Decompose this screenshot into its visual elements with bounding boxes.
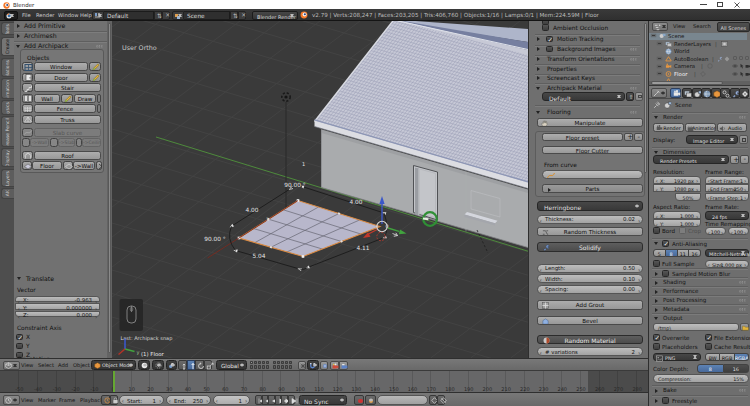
thickness-field[interactable]: ‹› Thickness: 0.02	[537, 215, 643, 224]
menu-file[interactable]: File	[22, 12, 31, 18]
increment-arrow-icon[interactable]: ›	[638, 349, 640, 356]
preview-range-toggle[interactable]	[101, 395, 110, 405]
file-browse-button[interactable]	[740, 323, 749, 332]
floor-icon[interactable]	[22, 161, 32, 170]
constraint-x-checkbox[interactable]	[16, 334, 23, 341]
decrement-arrow-icon[interactable]: ‹	[656, 177, 658, 184]
motion-tracking-label[interactable]: Motion Tracking	[557, 36, 603, 42]
wall-draw-button[interactable]: Draw	[74, 94, 96, 103]
preset-add-button[interactable]: +	[730, 155, 739, 164]
tab-render[interactable]	[670, 88, 681, 98]
layer-dot[interactable]	[273, 361, 276, 365]
increment-arrow-icon[interactable]: ›	[159, 397, 161, 404]
output-panel-label[interactable]: Output	[663, 315, 682, 321]
increment-arrow-icon[interactable]: ›	[95, 313, 97, 320]
transform-orientations-label[interactable]: Transform Orientations	[547, 56, 615, 62]
expander-icon[interactable]	[654, 317, 658, 320]
resolution-percentage-field[interactable]: 50%	[675, 193, 701, 201]
frame-lock-toggle[interactable]	[110, 395, 119, 405]
stair-icon[interactable]	[22, 83, 33, 92]
expander-icon[interactable]	[536, 87, 540, 90]
translate-x-field[interactable]: ‹› X: -0.963	[15, 296, 100, 303]
properties-label[interactable]: Properties	[547, 66, 577, 72]
performance-panel-label[interactable]: Performance	[663, 288, 698, 294]
layer-dot[interactable]	[254, 365, 257, 369]
panel-drag-dots[interactable]	[739, 299, 746, 302]
menu-view[interactable]: View	[673, 23, 685, 29]
decrement-arrow-icon[interactable]: ‹	[169, 397, 171, 404]
pattern-select[interactable]: Herringbone	[537, 201, 643, 211]
constraint-y-checkbox[interactable]	[16, 343, 23, 350]
scene-icon-button[interactable]	[172, 11, 184, 20]
layer-dot[interactable]	[289, 361, 292, 365]
tab-ak[interactable]: AK	[1, 188, 14, 199]
expander-icon[interactable]	[654, 242, 658, 245]
scene-delete-button[interactable]: ✕	[238, 11, 246, 20]
sync-mode-select[interactable]: No Sync	[299, 395, 347, 405]
length-field[interactable]: ‹› Length: 0.50	[537, 264, 643, 273]
tab-physics[interactable]: Physics	[1, 100, 14, 115]
dimensions-panel-label[interactable]: Dimensions	[663, 149, 696, 155]
tab-scene[interactable]	[692, 88, 702, 98]
increment-arrow-icon[interactable]: ›	[638, 276, 640, 283]
expander-icon[interactable]	[655, 299, 658, 303]
spacing-field[interactable]: ‹› Spacing: 0.00	[537, 285, 643, 294]
motion-blur-label[interactable]: Sampled Motion Blur	[672, 271, 730, 277]
menu-render[interactable]: Render	[36, 12, 54, 18]
display-new-window-button[interactable]	[739, 135, 748, 144]
outliner-row-renderlayers[interactable]: RenderLayers |	[649, 40, 747, 47]
rotate-manipulator-button[interactable]	[195, 360, 204, 370]
roof-icon[interactable]	[22, 151, 33, 160]
current-frame-indicator[interactable]	[113, 371, 115, 392]
aa-samples-16[interactable]: 16	[689, 249, 701, 258]
expander-icon[interactable]	[655, 308, 658, 312]
collapse-icon[interactable]	[658, 73, 661, 74]
increment-arrow-icon[interactable]: ›	[696, 177, 698, 184]
expander-icon[interactable]	[654, 116, 658, 119]
panel-drag-dots[interactable]	[739, 281, 746, 284]
jump-to-start-button[interactable]	[255, 395, 262, 405]
translate-manipulator-button[interactable]	[187, 360, 196, 370]
decrement-arrow-icon[interactable]: ‹	[540, 276, 542, 283]
increment-arrow-icon[interactable]: ›	[744, 194, 746, 201]
tab-tools[interactable]: Tools	[1, 22, 14, 35]
add-fence-button[interactable]: Fence	[34, 104, 96, 113]
restrict-select-toggle[interactable]	[739, 56, 743, 60]
floor-cutter-button[interactable]: Floor Cutter	[542, 146, 643, 155]
decrement-arrow-icon[interactable]: ‹	[540, 287, 542, 294]
preset-remove-button[interactable]: -	[740, 155, 749, 164]
add-floor-button[interactable]: Floor	[32, 161, 62, 170]
panel-drag-dots[interactable]	[739, 116, 746, 119]
menu-object[interactable]: Object	[73, 362, 90, 368]
material-apply-button[interactable]: ⇧	[626, 92, 634, 101]
menu-marker[interactable]: Marker	[38, 397, 56, 403]
layer-dot[interactable]	[273, 365, 276, 369]
editor-type-button[interactable]	[651, 88, 667, 98]
add-roof-button[interactable]: Roof	[34, 151, 101, 160]
random-material-toggle[interactable]: Random Material	[537, 335, 643, 345]
ambient-occlusion-checkbox[interactable]	[542, 24, 549, 31]
proportional-editing-toggle[interactable]	[298, 361, 306, 370]
menu-window[interactable]: Window	[58, 12, 78, 18]
variations-field[interactable]: ‹› # variations 2	[537, 347, 643, 356]
decrement-arrow-icon[interactable]: ‹	[122, 397, 124, 404]
compression-slider[interactable]: Compression: 15%	[653, 374, 749, 383]
play-reverse-button[interactable]	[268, 395, 275, 405]
render-opengl-anim-button[interactable]	[339, 361, 348, 370]
tab-world[interactable]	[701, 88, 711, 98]
breadcrumb[interactable]: Scene	[675, 102, 692, 108]
expander-icon[interactable]	[537, 47, 540, 51]
antialiasing-label[interactable]: Anti-Aliasing	[672, 241, 707, 247]
color-mode-rgba[interactable]: RGBA	[735, 353, 749, 362]
increment-arrow-icon[interactable]: ›	[744, 186, 746, 193]
expander-icon[interactable]	[655, 272, 658, 276]
layer-dot[interactable]	[250, 365, 253, 369]
parts-expander[interactable]: Parts	[542, 184, 643, 193]
shading-panel-label[interactable]: Shading	[663, 279, 686, 285]
menu-view[interactable]: View	[21, 397, 33, 403]
tab-animation[interactable]: Animation	[1, 78, 14, 100]
aspect-y-field[interactable]: ‹› Y: 1.000	[653, 219, 701, 227]
aa-filter-select[interactable]: Mitchell-Netravali	[705, 249, 749, 258]
expander-icon[interactable]	[17, 277, 21, 280]
editor-type-button[interactable]	[652, 22, 668, 31]
